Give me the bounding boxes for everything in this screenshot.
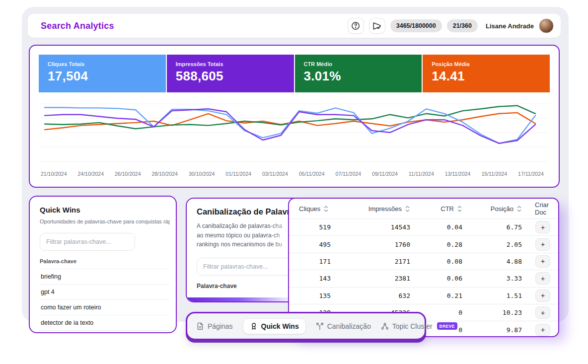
cell-impressoes: 14543 <box>344 223 423 231</box>
cell-cliques: 171 <box>289 258 344 265</box>
stat-value: 14.41 <box>432 69 550 84</box>
tab-label: Páginas <box>208 322 233 330</box>
x-tick: 17/11/2024 <box>518 171 544 177</box>
column-header-impressoes[interactable]: Impressões <box>344 205 423 213</box>
cell-cliques: 495 <box>289 241 344 248</box>
cell-impressoes: 1760 <box>344 241 423 248</box>
analytics-chart-card: Cliques Totais 17,504 Impressões Totais … <box>29 45 560 188</box>
sort-icon[interactable] <box>457 206 462 212</box>
network-icon <box>381 322 389 330</box>
column-header-criar-doc: Criar Doc <box>535 201 558 216</box>
column-header-posicao[interactable]: Posição <box>475 205 535 213</box>
sort-icon[interactable] <box>516 206 522 212</box>
tab-label: Quick Wins <box>261 322 299 330</box>
keyword-list-item[interactable]: verificador de ia <box>40 331 170 333</box>
cell-ctr: 0 <box>423 309 475 316</box>
keyword-list: briefing gpt 4 como fazer um roteiro det… <box>40 269 170 333</box>
cell-ctr: 0.06 <box>423 275 475 282</box>
tab-label: Canibalização <box>327 322 371 330</box>
usage-quota-badge: 3465/1800000 <box>390 19 442 32</box>
cell-ctr: 0.21 <box>423 292 475 299</box>
create-doc-button[interactable]: + <box>535 255 550 268</box>
keyword-list-item[interactable]: gpt 4 <box>40 285 170 300</box>
keyword-list-item[interactable]: briefing <box>40 269 170 285</box>
announcements-button[interactable] <box>369 18 385 34</box>
table-row: 143 2381 0.06 3.33 + <box>289 270 558 287</box>
cell-posicao: 1.51 <box>475 292 535 299</box>
user-name: Lisane Andrade <box>486 22 534 30</box>
breve-badge: BREVE <box>437 322 457 330</box>
table-row: 495 1760 0.28 2.05 + <box>289 235 558 252</box>
question-mark-icon <box>351 21 360 30</box>
file-text-icon <box>196 322 204 330</box>
sort-icon[interactable] <box>323 206 329 212</box>
stat-card-cliques: Cliques Totais 17,504 <box>39 55 166 92</box>
cannibalization-description: A canibalização de palavras-cha ao mesmo… <box>197 221 302 249</box>
avatar[interactable] <box>539 18 554 33</box>
tab-topic-cluster[interactable]: Topic Cluster BREVE <box>381 322 457 330</box>
tab-canibalizacao[interactable]: Canibalização <box>316 322 371 330</box>
award-icon <box>250 322 258 330</box>
cannibalization-title: Canibalização de Palavras <box>197 207 302 217</box>
stat-card-posicao: Posição Média 14.41 <box>423 55 550 92</box>
keyword-list-item[interactable]: como fazer um roteiro <box>40 300 170 315</box>
x-tick: 03/11/2024 <box>262 171 288 177</box>
keyword-list-item[interactable]: detector de ia texto <box>40 315 170 331</box>
create-doc-button[interactable]: + <box>535 272 550 285</box>
x-tick: 13/11/2024 <box>445 171 471 177</box>
x-tick: 01/11/2024 <box>225 171 251 177</box>
x-tick: 09/11/2024 <box>372 171 398 177</box>
sort-icon[interactable] <box>405 206 410 212</box>
table-row: 135 632 0.21 1.51 + <box>289 287 558 304</box>
cell-cliques: 135 <box>289 292 344 299</box>
bottom-tab-bar: Páginas Quick Wins Canibalização Topic C… <box>186 312 426 340</box>
table-row: 171 2171 0.08 4.88 + <box>289 253 558 270</box>
cell-posicao: 6.75 <box>475 223 535 231</box>
cell-impressoes: 632 <box>344 292 423 299</box>
top-header: Search Analytics 3465/1800000 21/360 Lis… <box>28 14 561 38</box>
tab-paginas[interactable]: Páginas <box>196 322 233 330</box>
x-tick: 26/10/2024 <box>115 171 141 177</box>
cell-posicao: 9.87 <box>475 326 535 334</box>
quick-wins-description: Oportunidades de palavras-chave para con… <box>40 218 170 224</box>
megaphone-icon <box>372 21 381 30</box>
column-label: Posição <box>491 205 514 213</box>
create-doc-button[interactable]: + <box>535 290 550 302</box>
cell-posicao: 10.23 <box>475 309 535 316</box>
secondary-quota-badge: 21/360 <box>447 19 478 32</box>
split-icon <box>316 322 324 330</box>
page-title: Search Analytics <box>41 21 114 31</box>
stat-card-ctr: CTR Médio 3.01% <box>295 55 422 92</box>
column-header-cliques[interactable]: Cliques <box>289 205 344 213</box>
tab-quick-wins[interactable]: Quick Wins <box>243 318 306 334</box>
x-axis-labels: 21/10/2024 24/10/2024 26/10/2024 28/10/2… <box>41 171 544 177</box>
create-doc-button[interactable]: + <box>535 306 550 319</box>
stat-value: 588,605 <box>176 69 294 84</box>
create-doc-button[interactable]: + <box>535 324 550 336</box>
stat-card-impressoes: Impressões Totais 588,605 <box>167 55 294 92</box>
stat-label: Posição Média <box>432 61 550 67</box>
column-label: CTR <box>441 205 454 213</box>
table-row: 519 14543 0.04 6.75 + <box>289 218 558 235</box>
cell-impressoes: 2171 <box>344 258 423 265</box>
tab-label: Topic Cluster <box>392 322 433 330</box>
stat-label: Cliques Totais <box>48 61 166 67</box>
cell-impressoes: 2381 <box>344 275 423 282</box>
description-line: A canibalização de palavras-cha <box>197 221 302 231</box>
header-actions: 3465/1800000 21/360 Lisane Andrade <box>348 18 554 34</box>
trend-line-chart <box>39 97 549 172</box>
x-tick: 07/11/2024 <box>335 171 361 177</box>
help-button[interactable] <box>348 18 364 34</box>
cannibalization-filter-input[interactable] <box>197 258 292 276</box>
table-header-row: Cliques Impressões CTR Posição Criar Doc <box>289 199 558 218</box>
description-line: rankings nos mecanismos de bu <box>197 240 302 249</box>
cell-posicao: 3.33 <box>475 275 535 282</box>
column-label: Impressões <box>368 205 402 213</box>
quick-wins-title: Quick Wins <box>40 206 176 214</box>
create-doc-button[interactable]: + <box>535 238 550 251</box>
column-label: Cliques <box>299 205 320 213</box>
column-header-ctr[interactable]: CTR <box>423 205 475 213</box>
create-doc-button[interactable]: + <box>535 221 550 233</box>
cell-ctr: 0.04 <box>423 223 475 231</box>
quick-wins-filter-input[interactable] <box>40 233 135 251</box>
